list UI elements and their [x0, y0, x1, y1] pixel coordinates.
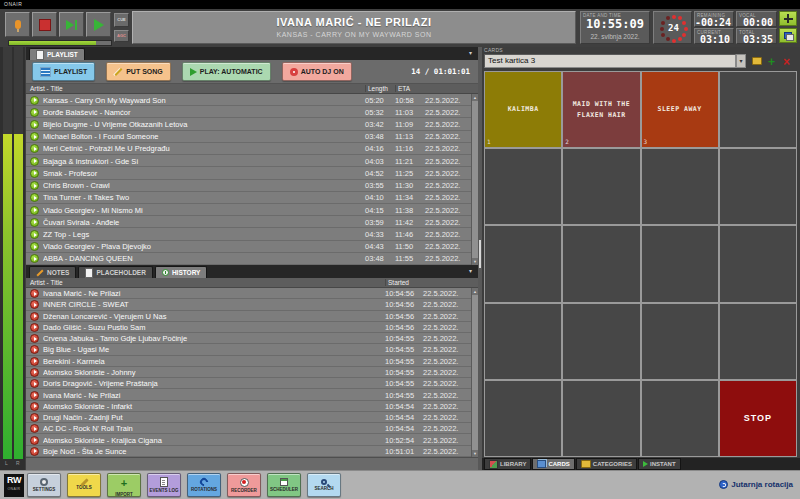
splitter-grip[interactable]	[479, 240, 481, 268]
history-row[interactable]: Atomsko Skloniste - Kraljica Cigana 10:5…	[26, 434, 478, 445]
playlist-row[interactable]: Vlado Georgiev - Plava Djevojko 04:43 11…	[26, 241, 478, 253]
playlist-toolbar-button[interactable]: PUT SONG	[106, 62, 171, 81]
card-label: SLEEP AWAY	[658, 104, 702, 114]
track-eta-date: 22.5.2022.	[425, 193, 469, 202]
playlist-row[interactable]: Vlado Georgiev - Mi Nismo Mi 04:15 11:38…	[26, 204, 478, 216]
playlist-row[interactable]: Čuvari Svirala - Anđele 03:59 11:42 22.5…	[26, 216, 478, 228]
stop-button[interactable]	[32, 12, 57, 37]
tab-playlist-label: PLAYLIST	[47, 51, 78, 58]
tab-instant[interactable]: INSTANT	[638, 458, 681, 470]
card-cell[interactable]: MAID WITH THE FLAXEN HAIR 2	[563, 72, 639, 147]
chevron-down-icon[interactable]	[736, 54, 746, 68]
tab-cards[interactable]: CARDS	[532, 458, 574, 470]
tab-notes[interactable]: NOTES	[29, 266, 76, 278]
card-cell-empty[interactable]	[563, 381, 639, 456]
tab-categories[interactable]: CATEGORIES	[576, 458, 637, 470]
tab-placeholder[interactable]: PLACEHOLDER	[78, 266, 152, 278]
card-cell-empty[interactable]	[720, 226, 796, 301]
toolbar-button-search[interactable]: SEARCH	[307, 473, 341, 497]
played-icon	[30, 447, 39, 456]
current-box: CURRENT 03:10	[694, 28, 734, 44]
stop-icon	[39, 19, 51, 31]
card-cell-empty[interactable]	[563, 226, 639, 301]
card-cell-empty[interactable]	[485, 149, 561, 224]
history-row[interactable]: Boje Noći - Šta Je Sunce 10:51:01 22.5.2…	[26, 446, 478, 457]
toolbar-button-tools[interactable]: TOOLS	[67, 473, 101, 497]
history-menu-arrow-icon[interactable]	[466, 267, 475, 276]
playlist-row[interactable]: Kansas - Carry On My Wayward Son 05:20 1…	[26, 94, 478, 106]
history-row[interactable]: Berekini - Karmela 10:54:55 22.5.2022.	[26, 356, 478, 367]
toolbar-button-scheduler[interactable]: SCHEDULER	[267, 473, 301, 497]
cards-quick-button[interactable]	[779, 28, 797, 43]
history-row[interactable]: Ivana Marić - Ne Prilazi 10:54:56 22.5.2…	[26, 288, 478, 299]
tab-history[interactable]: HISTORY	[155, 266, 208, 278]
playlist-menu-arrow-icon[interactable]	[466, 49, 475, 58]
history-row[interactable]: Drugi Način - Zadnji Put 10:54:54 22.5.2…	[26, 412, 478, 423]
toolbar-button-rotations[interactable]: ROTATIONS	[187, 473, 221, 497]
track-eta-time: 11:42	[395, 218, 425, 227]
history-row[interactable]: Atomsko Skloniste - Infarkt 10:54:54 22.…	[26, 401, 478, 412]
card-cell-empty[interactable]	[563, 149, 639, 224]
playlist-toolbar-button[interactable]: AUTO DJ ON	[282, 62, 352, 81]
card-cell[interactable]: KALIMBA 1	[485, 72, 561, 147]
card-cell-empty[interactable]	[720, 72, 796, 147]
tab-library[interactable]: LIBRARY	[484, 458, 531, 470]
playlist-row[interactable]: Michael Bolton - I Found Someone 03:48 1…	[26, 131, 478, 143]
playlist-scrollbar[interactable]: ▲ ▼	[471, 94, 478, 265]
history-scrollbar[interactable]: ▲ ▼	[471, 288, 478, 457]
card-cell-empty[interactable]	[485, 381, 561, 456]
card-set-select[interactable]: Test kartica 3	[484, 54, 736, 68]
card-cell-empty[interactable]	[485, 226, 561, 301]
card-cell-empty[interactable]	[642, 304, 718, 379]
card-cell-empty[interactable]	[563, 304, 639, 379]
history-row[interactable]: INNER CIRCLE - SWEAT 10:54:56 22.5.2022.	[26, 299, 478, 310]
card-set-add-button[interactable]	[765, 54, 778, 68]
card-cell-empty[interactable]	[485, 304, 561, 379]
toolbar-button-recorder[interactable]: RECORDER	[227, 473, 261, 497]
countdown-dot	[678, 16, 682, 20]
tab-playlist[interactable]: PLAYLIST	[29, 48, 85, 60]
playlist-row[interactable]: Bajaga & Instruktori - Gde Si 04:03 11:2…	[26, 155, 478, 167]
playlist-row[interactable]: Smak - Profesor 04:52 11:25 22.5.2022.	[26, 167, 478, 179]
playlist-row[interactable]: Meri Cetinić - Potraži Me U Predgrađu 04…	[26, 143, 478, 155]
playlist-row[interactable]: ZZ Top - Legs 04:33 11:46 22.5.2022.	[26, 228, 478, 240]
cue-button[interactable]: CUE	[114, 13, 129, 27]
card-set-edit-button[interactable]	[750, 54, 763, 68]
play-button[interactable]	[86, 12, 111, 37]
history-row[interactable]: Dženan Loncarević - Vjerujem U Nas 10:54…	[26, 311, 478, 322]
history-row[interactable]: Doris Dragović - Vrijeme Praštanja 10:54…	[26, 378, 478, 389]
track-title: Ivana Marić - Ne Prilazi	[43, 289, 385, 298]
track-eta-time: 11:09	[395, 120, 425, 129]
mic-button[interactable]	[5, 12, 30, 37]
playlist-row[interactable]: Bijelo Dugme - U Vrijeme Otkazanih Letov…	[26, 118, 478, 130]
history-row[interactable]: Ivana Marić - Ne Prilazi 10:54:55 22.5.2…	[26, 389, 478, 400]
playlist-toolbar-button[interactable]: PLAY: AUTOMATIC	[182, 62, 271, 81]
history-row[interactable]: Crvena Jabuka - Tamo Gdje Ljubav Počinje…	[26, 333, 478, 344]
history-row[interactable]: Dado Glišić - Suzu Pustio Sam 10:54:56 2…	[26, 322, 478, 333]
clock-date: 22. svibnja 2022.	[581, 33, 649, 40]
history-row[interactable]: Big Blue - Ugasi Me 10:54:55 22.5.2022.	[26, 344, 478, 355]
card-cell-empty[interactable]	[720, 149, 796, 224]
card-cell[interactable]: SLEEP AWAY 3	[642, 72, 718, 147]
card-cell[interactable]: STOP	[720, 381, 796, 456]
rotations-icon	[198, 476, 209, 487]
card-cell-empty[interactable]	[642, 149, 718, 224]
skip-next-button[interactable]	[59, 12, 84, 37]
playlist-row[interactable]: Tina Turner - It Takes Two 04:10 11:34 2…	[26, 192, 478, 204]
playlist-row[interactable]: Chris Brown - Crawl 03:55 11:30 22.5.202…	[26, 180, 478, 192]
toolbar-button-settings[interactable]: SETTINGS	[27, 473, 61, 497]
toolbar-button-import[interactable]: IMPORT	[107, 473, 141, 497]
card-cell-empty[interactable]	[642, 381, 718, 456]
history-row[interactable]: Atomsko Skloniste - Johnny 10:54:55 22.5…	[26, 367, 478, 378]
playlist-row[interactable]: Đorđe Balašević - Namćor 05:32 11:03 22.…	[26, 106, 478, 118]
toolbar-button-events-log[interactable]: EVENTS LOG	[147, 473, 181, 497]
agc-button[interactable]: AGC	[114, 30, 129, 42]
playlist-row[interactable]: ABBA - DANCING QUEEN 03:48 11:55 22.5.20…	[26, 253, 478, 265]
playlist-toolbar-button[interactable]: PLAYLIST	[32, 62, 95, 81]
card-set-delete-button[interactable]	[780, 54, 793, 68]
card-cell-empty[interactable]	[720, 304, 796, 379]
history-row[interactable]: AC DC - Rock N' Roll Train 10:54:54 22.5…	[26, 423, 478, 434]
detach-button[interactable]	[779, 11, 797, 26]
card-cell-empty[interactable]	[642, 226, 718, 301]
button-label: PUT SONG	[126, 68, 163, 75]
